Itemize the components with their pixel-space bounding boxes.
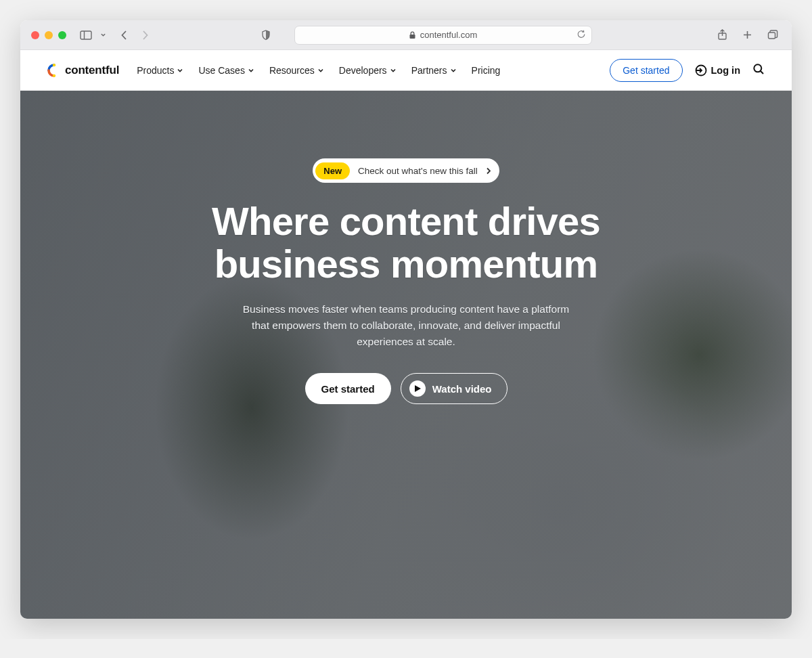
tabs-overview-icon[interactable] <box>765 27 781 43</box>
close-window-button[interactable] <box>31 31 39 39</box>
nav-resources[interactable]: Resources <box>269 65 324 76</box>
svg-rect-2 <box>409 35 415 39</box>
hero-section: New Check out what's new this fall Where… <box>20 91 792 619</box>
svg-point-8 <box>53 64 55 66</box>
watch-video-button[interactable]: Watch video <box>401 373 508 404</box>
chevron-down-icon <box>390 67 397 74</box>
site-header: contentful Products Use Cases Resources … <box>20 50 792 91</box>
svg-rect-7 <box>769 32 775 39</box>
browser-window: contentful.com <box>20 20 792 619</box>
main-nav: Products Use Cases Resources Developers … <box>137 65 500 76</box>
logo[interactable]: contentful <box>47 64 119 77</box>
window-controls <box>31 31 66 39</box>
search-icon[interactable] <box>752 63 765 78</box>
play-icon <box>409 380 426 397</box>
login-icon <box>695 64 707 76</box>
svg-marker-14 <box>415 385 421 392</box>
announcement-badge: New <box>315 162 350 179</box>
login-link[interactable]: Log in <box>695 64 741 76</box>
nav-pricing[interactable]: Pricing <box>472 65 501 76</box>
maximize-window-button[interactable] <box>58 31 66 39</box>
back-button[interactable] <box>117 27 131 43</box>
nav-developers[interactable]: Developers <box>339 65 397 76</box>
svg-point-12 <box>754 64 761 72</box>
sidebar-toggle-icon[interactable] <box>77 28 95 43</box>
share-icon[interactable] <box>715 26 730 43</box>
forward-button[interactable] <box>138 27 152 43</box>
address-bar[interactable]: contentful.com <box>294 26 592 45</box>
logo-text: contentful <box>65 64 119 77</box>
svg-rect-0 <box>81 31 91 39</box>
chevron-right-icon <box>486 167 491 175</box>
chevron-down-icon <box>248 67 254 74</box>
svg-line-13 <box>761 71 763 74</box>
chevron-down-icon <box>177 67 183 74</box>
privacy-shield-icon[interactable] <box>258 26 274 45</box>
hero-subhead: Business moves faster when teams produci… <box>237 301 575 350</box>
browser-toolbar: contentful.com <box>20 20 792 50</box>
logo-icon <box>47 64 61 77</box>
chevron-down-icon <box>450 67 457 74</box>
nav-use-cases[interactable]: Use Cases <box>198 65 254 76</box>
minimize-window-button[interactable] <box>45 31 53 39</box>
hero-ctas: Get started Watch video <box>305 373 508 404</box>
url-text: contentful.com <box>420 30 478 40</box>
nav-products[interactable]: Products <box>137 65 183 76</box>
refresh-icon[interactable] <box>577 29 586 41</box>
lock-icon <box>409 31 416 39</box>
nav-partners[interactable]: Partners <box>411 65 457 76</box>
svg-point-9 <box>53 74 55 76</box>
get-started-button[interactable]: Get started <box>610 59 682 82</box>
chevron-down-icon <box>317 67 324 74</box>
hero-get-started-button[interactable]: Get started <box>305 373 391 404</box>
chevron-down-icon[interactable] <box>97 29 109 41</box>
hero-headline: Where content drives business momentum <box>162 200 650 285</box>
new-tab-icon[interactable] <box>740 27 755 43</box>
announcement-banner[interactable]: New Check out what's new this fall <box>313 158 499 183</box>
announcement-text: Check out what's new this fall <box>358 166 478 176</box>
